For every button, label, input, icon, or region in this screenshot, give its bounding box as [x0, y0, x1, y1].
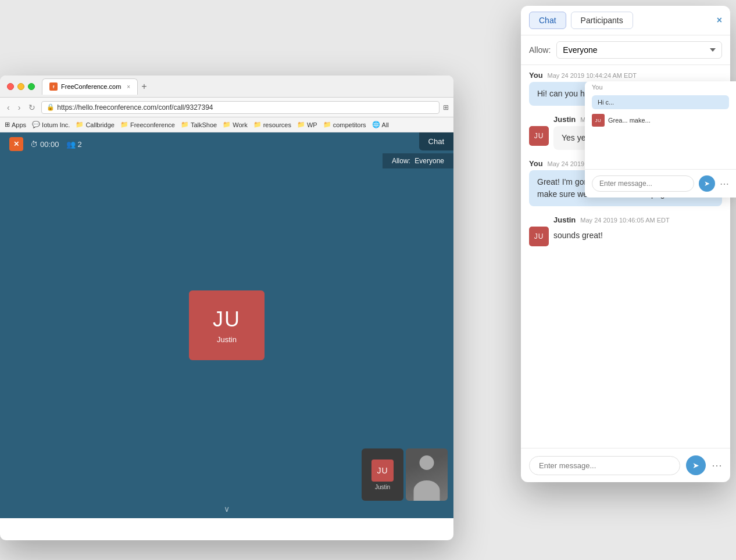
chat-input-area: ➤ ⋯ [521, 448, 730, 482]
chat-icon: 💬 [32, 121, 40, 128]
bookmark-resources-label: resources [263, 121, 291, 128]
allow-overlay-value: Everyone [415, 157, 444, 165]
new-tab-button[interactable]: + [141, 81, 147, 92]
chat-overlay-button[interactable]: Chat [419, 132, 453, 150]
person-body [414, 480, 440, 501]
active-browser-tab[interactable]: f FreeConference.com × [42, 78, 138, 95]
chat-tab-label: Chat [539, 16, 556, 25]
bookmark-callbridge-label: Callbridge [85, 121, 115, 128]
scroll-down-button[interactable]: ∨ [224, 504, 230, 514]
tab-title: FreeConference.com [61, 83, 121, 90]
conference-area: ✕ ⏱ 00:00 👥 2 Chat Allow: Everyone JU Ju… [0, 132, 453, 518]
allow-overlay-label: Allow: [392, 157, 410, 165]
msg-sender-4: Justin [553, 216, 576, 224]
browser-window: f FreeConference.com × + ‹ › ↻ 🔒 https:/… [0, 76, 453, 540]
conf-topbar: ✕ ⏱ 00:00 👥 2 [0, 132, 453, 156]
thumbnail-justin-name: Justin [375, 484, 390, 490]
back-hi-msg: Hi c... [592, 95, 729, 109]
video-feed [406, 448, 448, 501]
bookmark-apps-label: Apps [12, 121, 26, 128]
msg-sender-3: You [529, 159, 543, 168]
back-ju-msg: Grea... make... [608, 117, 651, 124]
participants-tab[interactable]: Participants [571, 12, 633, 29]
close-button[interactable] [7, 83, 14, 90]
bookmark-wp[interactable]: 📁 WP [297, 121, 317, 128]
back-send-icon: ➤ [704, 180, 710, 188]
more-options-button[interactable]: ⋯ [712, 459, 722, 472]
forward-button[interactable]: › [16, 102, 23, 113]
main-participant-initials: JU [213, 307, 241, 332]
bookmark-callbridge[interactable]: 📁 Callbridge [76, 121, 115, 128]
bookmark-all[interactable]: 🌐 All [372, 121, 389, 128]
bookmark-resources[interactable]: 📁 resources [253, 121, 291, 128]
main-participant-avatar: JU Justin [189, 290, 265, 360]
allow-label: Allow: [529, 45, 551, 55]
folder-icon-7: 📁 [323, 121, 331, 128]
globe-icon: 🌐 [372, 121, 380, 128]
chat-panel-background: You Hi c... JU Grea... make... ➤ ⋯ [585, 81, 736, 198]
conf-timer: ⏱ 00:00 [30, 140, 59, 149]
folder-icon-5: 📁 [253, 121, 262, 128]
back-more-button[interactable]: ⋯ [720, 178, 729, 189]
participant-thumbnails: JU Justin ★ ✕ [362, 448, 448, 501]
minimize-button[interactable] [17, 83, 24, 90]
bookmark-freeconference-label: Freeconference [130, 121, 175, 128]
bookmark-competitors-label: competitors [333, 121, 366, 128]
bookmark-freeconference[interactable]: 📁 Freeconference [120, 121, 175, 128]
bookmarks-bar: ⊞ Apps 💬 Iotum Inc. 📁 Callbridge 📁 Freec… [0, 117, 453, 132]
send-icon: ➤ [692, 461, 699, 470]
more-icon: ⋯ [712, 460, 722, 471]
maximize-button[interactable] [28, 83, 35, 90]
bookmark-work[interactable]: 📁 Work [223, 121, 247, 128]
msg-time-1: May 24 2019 10:44:24 AM EDT [548, 72, 637, 79]
allow-overlay: Allow: Everyone [383, 153, 453, 168]
clock-icon: ⏱ [30, 140, 38, 149]
participants-tab-label: Participants [581, 16, 623, 25]
bookmark-iotum[interactable]: 💬 Iotum Inc. [32, 121, 70, 128]
msg-meta-1: You May 24 2019 10:44:24 AM EDT [529, 71, 722, 80]
msg-row-4: JU sounds great! [529, 227, 722, 246]
send-button[interactable]: ➤ [686, 455, 706, 475]
url-bar[interactable]: 🔒 https://hello.freeconference.com/conf/… [41, 101, 440, 114]
thumbnail-video[interactable]: ★ ✕ [406, 448, 448, 501]
folder-icon-2: 📁 [120, 121, 128, 128]
tab-close-icon[interactable]: × [127, 84, 130, 90]
folder-icon-3: 📁 [181, 121, 189, 128]
tab-favicon: f [49, 82, 58, 91]
message-input[interactable] [529, 456, 680, 475]
apps-icon: ⊞ [5, 121, 10, 128]
bookmark-talkshoe-label: TalkShoe [191, 121, 217, 128]
back-send-button[interactable]: ➤ [699, 175, 715, 192]
bookmark-wp-label: WP [307, 121, 317, 128]
msg-meta-4: Justin May 24 2019 10:46:05 AM EDT [553, 216, 722, 224]
msg-avatar-2: JU [529, 126, 549, 146]
lock-icon: 🔒 [47, 103, 55, 111]
url-text: https://hello.freeconference.com/conf/ca… [57, 103, 213, 112]
back-message-input[interactable] [592, 175, 694, 192]
back-button[interactable]: ‹ [5, 102, 12, 113]
msg-sender-2: Justin [553, 115, 576, 124]
back-input-area: ➤ ⋯ [585, 169, 736, 198]
message-group-4: Justin May 24 2019 10:46:05 AM EDT JU so… [529, 216, 722, 246]
browser-titlebar: f FreeConference.com × + [0, 76, 453, 98]
bookmark-competitors[interactable]: 📁 competitors [323, 121, 366, 128]
bookmark-work-label: Work [233, 121, 247, 128]
thumbnail-justin-avatar: JU [371, 460, 394, 482]
person-head [420, 455, 434, 470]
bookmark-talkshoe[interactable]: 📁 TalkShoe [181, 121, 217, 128]
chat-close-button[interactable]: × [717, 15, 722, 26]
refresh-button[interactable]: ↻ [26, 102, 38, 113]
msg-time-4: May 24 2019 10:46:05 AM EDT [580, 217, 669, 224]
folder-icon-6: 📁 [297, 121, 305, 128]
timer-value: 00:00 [40, 140, 59, 149]
participants-count: 2 [78, 140, 82, 149]
bookmark-apps[interactable]: ⊞ Apps [5, 121, 26, 128]
screen-share-icon[interactable]: ⊞ [443, 103, 449, 112]
folder-icon-1: 📁 [76, 121, 84, 128]
allow-select[interactable]: Everyone [556, 41, 722, 59]
chat-header: Chat Participants × [521, 6, 730, 35]
back-more-icon: ⋯ [720, 179, 729, 189]
thumbnail-justin[interactable]: JU Justin [362, 448, 403, 501]
participants-icon: 👥 [66, 140, 76, 149]
chat-tab[interactable]: Chat [529, 12, 566, 29]
